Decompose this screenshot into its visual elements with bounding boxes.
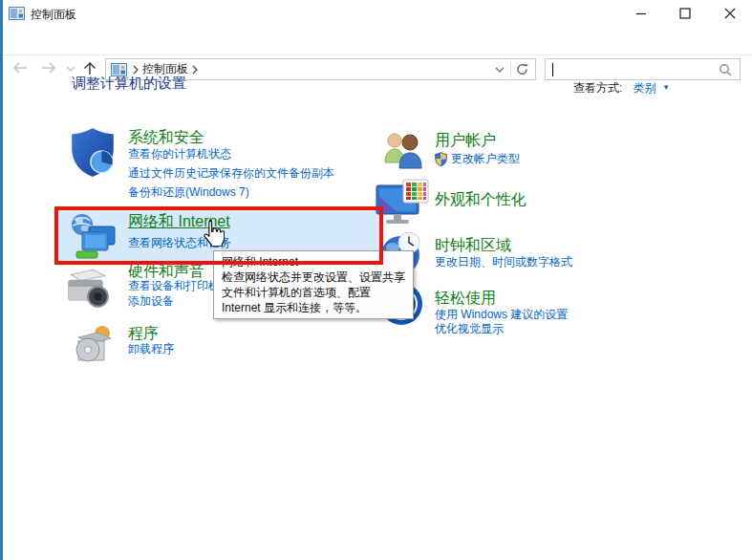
printer-icon[interactable] [63, 267, 111, 311]
tooltip-line: 检查网络状态并更改设置、设置共享 [222, 269, 405, 285]
category-link[interactable]: 查看设备和打印机 [128, 278, 220, 294]
view-by-dropdown-icon[interactable]: ▼ [662, 83, 670, 92]
user-accounts-icon[interactable] [381, 130, 425, 170]
hand-cursor-icon [202, 219, 225, 247]
tooltip-line: 文件和计算机的首选项、配置 [222, 285, 405, 300]
security-shield-icon[interactable] [69, 126, 117, 178]
category-link[interactable]: 查看你的计算机状态 [128, 146, 231, 162]
category-link[interactable]: 备份和还原(Windows 7) [128, 184, 249, 201]
minimize-button[interactable] [619, 0, 663, 27]
title-bar[interactable]: 控制面板 [0, 0, 752, 27]
breadcrumb-chevron-icon[interactable] [192, 65, 198, 75]
page-title: 调整计算机的设置 [72, 75, 186, 93]
tooltip-line: Internet 显示和连接，等等。 [222, 300, 405, 315]
view-by-control: 查看方式: 类别 ▼ [573, 80, 670, 97]
maximize-icon [679, 8, 691, 19]
back-button[interactable] [11, 61, 29, 75]
history-dropdown-icon[interactable] [66, 66, 75, 72]
view-by-value[interactable]: 类别 [634, 81, 656, 95]
control-panel-window: 控制面板 [0, 0, 752, 560]
address-divider [510, 61, 511, 77]
text-caret [552, 63, 553, 76]
up-button[interactable] [82, 61, 97, 75]
category-title[interactable]: 时钟和区域 [435, 236, 511, 256]
refresh-icon[interactable] [515, 62, 529, 76]
category-link[interactable]: 通过文件历史记录保存你的文件备份副本 [128, 165, 334, 182]
close-button[interactable] [708, 0, 752, 27]
control-panel-icon [9, 7, 25, 20]
category-link[interactable]: 更改帐户类型 [451, 151, 520, 167]
category-title[interactable]: 用户帐户 [435, 131, 496, 151]
category-link[interactable]: 优化视觉显示 [435, 321, 504, 337]
category-link[interactable]: 卸载程序 [128, 341, 174, 357]
window-left-border [0, 0, 3, 560]
search-icon[interactable] [719, 63, 732, 76]
category-link-row: 更改帐户类型 [435, 151, 520, 166]
forward-button[interactable] [40, 61, 57, 75]
search-box[interactable] [545, 58, 741, 80]
navigation-bar: 控制面板 [0, 27, 752, 55]
program-box-cd-icon[interactable] [73, 323, 115, 363]
maximize-button[interactable] [663, 0, 707, 27]
category-link[interactable]: 更改日期、时间或数字格式 [435, 254, 572, 270]
minimize-icon [635, 8, 647, 19]
address-dropdown-icon[interactable] [495, 67, 505, 73]
category-link[interactable]: 添加设备 [128, 293, 174, 310]
search-input[interactable] [555, 61, 708, 77]
category-title[interactable]: 系统和安全 [128, 128, 204, 148]
display-personalization-icon[interactable] [375, 178, 434, 229]
category-title[interactable]: 轻松使用 [435, 289, 496, 309]
category-title[interactable]: 外观和个性化 [435, 190, 526, 210]
uac-shield-icon [435, 152, 447, 166]
view-by-label: 查看方式: [573, 81, 622, 95]
close-icon [724, 8, 736, 19]
window-title: 控制面板 [31, 7, 76, 23]
breadcrumb-chevron-icon[interactable] [133, 65, 139, 75]
